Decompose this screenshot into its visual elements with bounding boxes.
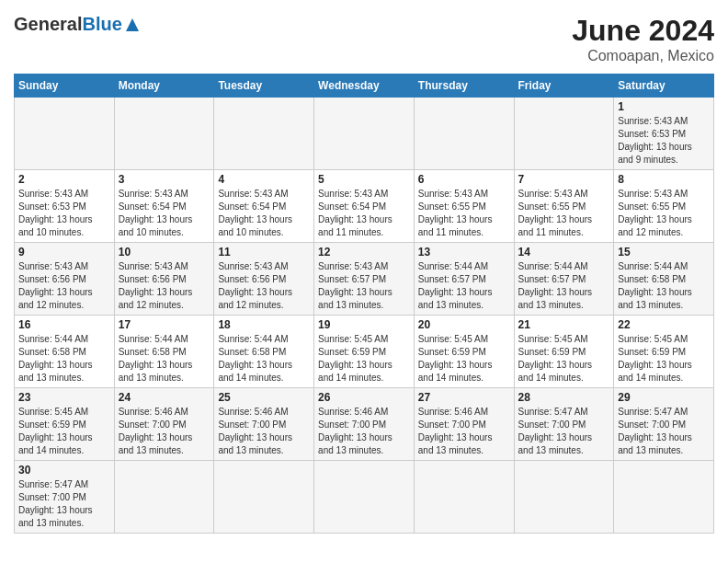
weekday-header-thursday: Thursday	[414, 75, 514, 98]
day-number: 13	[418, 246, 510, 259]
calendar-week-row: 30Sunrise: 5:47 AM Sunset: 7:00 PM Dayli…	[15, 461, 714, 534]
day-info: Sunrise: 5:43 AM Sunset: 6:55 PM Dayligh…	[518, 188, 610, 239]
day-info: Sunrise: 5:44 AM Sunset: 6:58 PM Dayligh…	[18, 333, 110, 385]
calendar-cell	[314, 98, 415, 170]
day-number: 28	[518, 391, 610, 404]
day-info: Sunrise: 5:43 AM Sunset: 6:55 PM Dayligh…	[618, 188, 710, 239]
calendar-cell: 22Sunrise: 5:45 AM Sunset: 6:59 PM Dayli…	[614, 316, 714, 388]
day-number: 6	[418, 173, 510, 186]
calendar-cell: 12Sunrise: 5:43 AM Sunset: 6:57 PM Dayli…	[314, 243, 415, 316]
day-number: 15	[618, 246, 710, 259]
day-info: Sunrise: 5:45 AM Sunset: 6:59 PM Dayligh…	[618, 333, 710, 385]
calendar-cell: 19Sunrise: 5:45 AM Sunset: 6:59 PM Dayli…	[314, 316, 415, 388]
day-info: Sunrise: 5:43 AM Sunset: 6:56 PM Dayligh…	[218, 260, 310, 312]
calendar-cell	[214, 461, 314, 534]
day-number: 26	[318, 391, 410, 404]
day-number: 18	[218, 318, 310, 331]
page-header: General Blue June 2024 Comoapan, Mexico	[14, 14, 714, 64]
day-info: Sunrise: 5:45 AM Sunset: 6:59 PM Dayligh…	[318, 333, 410, 385]
calendar-week-row: 9Sunrise: 5:43 AM Sunset: 6:56 PM Daylig…	[15, 243, 714, 316]
calendar-cell: 21Sunrise: 5:45 AM Sunset: 6:59 PM Dayli…	[514, 316, 614, 388]
calendar-cell: 7Sunrise: 5:43 AM Sunset: 6:55 PM Daylig…	[514, 170, 614, 243]
day-number: 25	[218, 391, 310, 404]
calendar-cell: 26Sunrise: 5:46 AM Sunset: 7:00 PM Dayli…	[314, 388, 415, 461]
day-info: Sunrise: 5:43 AM Sunset: 6:54 PM Dayligh…	[119, 188, 210, 239]
logo-general-text: General	[14, 14, 82, 35]
calendar-title: June 2024	[572, 14, 714, 48]
day-info: Sunrise: 5:43 AM Sunset: 6:55 PM Dayligh…	[418, 188, 510, 239]
day-number: 23	[18, 391, 110, 404]
day-number: 19	[318, 318, 410, 331]
day-number: 10	[119, 246, 210, 259]
calendar-subtitle: Comoapan, Mexico	[572, 48, 714, 64]
day-info: Sunrise: 5:46 AM Sunset: 7:00 PM Dayligh…	[318, 406, 410, 457]
calendar-cell: 6Sunrise: 5:43 AM Sunset: 6:55 PM Daylig…	[414, 170, 514, 243]
calendar-cell	[514, 461, 614, 534]
day-info: Sunrise: 5:45 AM Sunset: 6:59 PM Dayligh…	[518, 333, 610, 385]
day-number: 29	[618, 391, 710, 404]
weekday-header-row: SundayMondayTuesdayWednesdayThursdayFrid…	[15, 75, 714, 98]
weekday-header-tuesday: Tuesday	[214, 75, 314, 98]
calendar-cell: 20Sunrise: 5:45 AM Sunset: 6:59 PM Dayli…	[414, 316, 514, 388]
day-number: 3	[119, 173, 210, 186]
calendar-cell: 30Sunrise: 5:47 AM Sunset: 7:00 PM Dayli…	[15, 461, 115, 534]
day-info: Sunrise: 5:47 AM Sunset: 7:00 PM Dayligh…	[618, 406, 710, 457]
day-info: Sunrise: 5:44 AM Sunset: 6:58 PM Dayligh…	[119, 333, 210, 385]
calendar-cell: 13Sunrise: 5:44 AM Sunset: 6:57 PM Dayli…	[414, 243, 514, 316]
calendar-cell	[414, 461, 514, 534]
calendar-cell: 3Sunrise: 5:43 AM Sunset: 6:54 PM Daylig…	[114, 170, 214, 243]
day-info: Sunrise: 5:43 AM Sunset: 6:54 PM Dayligh…	[318, 188, 410, 239]
calendar-cell	[15, 98, 115, 170]
day-number: 12	[318, 246, 410, 259]
day-number: 7	[518, 173, 610, 186]
title-block: June 2024 Comoapan, Mexico	[572, 14, 714, 64]
calendar-cell: 11Sunrise: 5:43 AM Sunset: 6:56 PM Dayli…	[214, 243, 314, 316]
svg-marker-0	[126, 18, 139, 31]
day-number: 1	[618, 100, 710, 113]
day-info: Sunrise: 5:46 AM Sunset: 7:00 PM Dayligh…	[218, 406, 310, 457]
logo-triangle-icon	[124, 17, 141, 33]
day-info: Sunrise: 5:47 AM Sunset: 7:00 PM Dayligh…	[518, 406, 610, 457]
day-info: Sunrise: 5:43 AM Sunset: 6:54 PM Dayligh…	[218, 188, 310, 239]
calendar-body: 1Sunrise: 5:43 AM Sunset: 6:53 PM Daylig…	[15, 98, 714, 534]
calendar-header: SundayMondayTuesdayWednesdayThursdayFrid…	[15, 75, 714, 98]
day-info: Sunrise: 5:44 AM Sunset: 6:58 PM Dayligh…	[218, 333, 310, 385]
calendar-cell: 8Sunrise: 5:43 AM Sunset: 6:55 PM Daylig…	[614, 170, 714, 243]
day-number: 4	[218, 173, 310, 186]
logo-blue-text: Blue	[82, 14, 121, 35]
calendar-week-row: 2Sunrise: 5:43 AM Sunset: 6:53 PM Daylig…	[15, 170, 714, 243]
calendar-cell	[614, 461, 714, 534]
day-number: 30	[18, 464, 110, 477]
calendar-cell: 1Sunrise: 5:43 AM Sunset: 6:53 PM Daylig…	[614, 98, 714, 170]
day-number: 17	[119, 318, 210, 331]
calendar-cell: 10Sunrise: 5:43 AM Sunset: 6:56 PM Dayli…	[114, 243, 214, 316]
calendar-week-row: 1Sunrise: 5:43 AM Sunset: 6:53 PM Daylig…	[15, 98, 714, 170]
day-number: 20	[418, 318, 510, 331]
calendar-cell: 17Sunrise: 5:44 AM Sunset: 6:58 PM Dayli…	[114, 316, 214, 388]
calendar-cell: 23Sunrise: 5:45 AM Sunset: 6:59 PM Dayli…	[15, 388, 115, 461]
day-number: 2	[18, 173, 110, 186]
day-info: Sunrise: 5:44 AM Sunset: 6:58 PM Dayligh…	[618, 260, 710, 312]
calendar-cell: 24Sunrise: 5:46 AM Sunset: 7:00 PM Dayli…	[114, 388, 214, 461]
calendar-cell: 18Sunrise: 5:44 AM Sunset: 6:58 PM Dayli…	[214, 316, 314, 388]
day-info: Sunrise: 5:44 AM Sunset: 6:57 PM Dayligh…	[418, 260, 510, 312]
day-number: 24	[119, 391, 210, 404]
weekday-header-saturday: Saturday	[614, 75, 714, 98]
logo: General Blue	[14, 14, 141, 35]
day-number: 9	[18, 246, 110, 259]
calendar-cell: 9Sunrise: 5:43 AM Sunset: 6:56 PM Daylig…	[15, 243, 115, 316]
day-info: Sunrise: 5:45 AM Sunset: 6:59 PM Dayligh…	[418, 333, 510, 385]
day-info: Sunrise: 5:47 AM Sunset: 7:00 PM Dayligh…	[18, 478, 110, 530]
day-number: 21	[518, 318, 610, 331]
calendar-cell: 25Sunrise: 5:46 AM Sunset: 7:00 PM Dayli…	[214, 388, 314, 461]
weekday-header-wednesday: Wednesday	[314, 75, 415, 98]
calendar-cell	[314, 461, 415, 534]
weekday-header-sunday: Sunday	[15, 75, 115, 98]
day-number: 14	[518, 246, 610, 259]
day-info: Sunrise: 5:43 AM Sunset: 6:57 PM Dayligh…	[318, 260, 410, 312]
day-info: Sunrise: 5:43 AM Sunset: 6:56 PM Dayligh…	[18, 260, 110, 312]
day-info: Sunrise: 5:43 AM Sunset: 6:53 PM Dayligh…	[618, 115, 710, 167]
day-info: Sunrise: 5:45 AM Sunset: 6:59 PM Dayligh…	[18, 406, 110, 457]
day-number: 27	[418, 391, 510, 404]
day-number: 22	[618, 318, 710, 331]
